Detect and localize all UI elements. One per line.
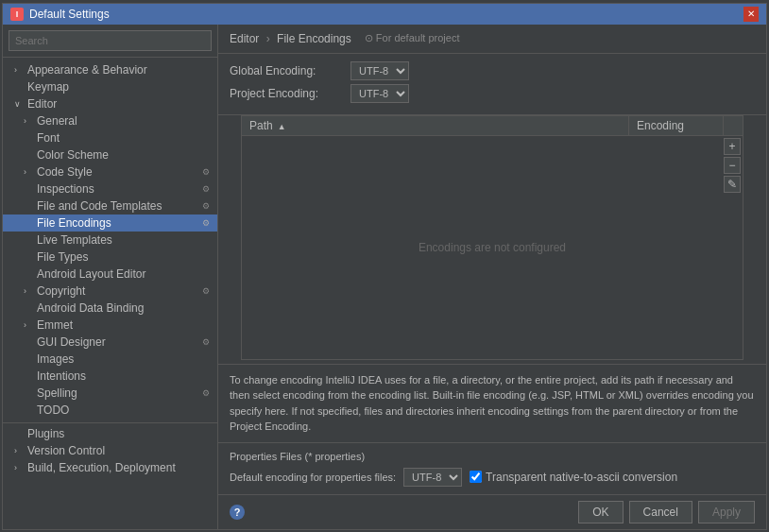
main-panel: Editor › File Encodings ⊙ For default pr… <box>218 25 766 529</box>
properties-title: Properties Files (* properties) <box>230 451 755 462</box>
breadcrumb-separator: › <box>266 32 273 45</box>
sidebar-item-images[interactable]: Images <box>3 351 217 368</box>
help-button[interactable]: ? <box>230 505 245 520</box>
sidebar-item-appearance[interactable]: › Appearance & Behavior <box>3 61 217 78</box>
properties-row: Default encoding for properties files: U… <box>230 468 755 487</box>
sidebar-item-label: GUI Designer <box>37 335 106 349</box>
apply-button[interactable]: Apply <box>698 501 755 523</box>
path-column-header[interactable]: Path ▲ <box>242 116 629 135</box>
transparent-conversion-checkbox[interactable] <box>470 471 482 483</box>
footer-left: ? <box>230 505 245 520</box>
table-header: Path ▲ Encoding <box>242 116 743 136</box>
sidebar-item-label: Font <box>37 131 60 145</box>
badge-icon: ⚙ <box>202 286 210 296</box>
search-input[interactable] <box>9 30 212 51</box>
sidebar-item-code-style[interactable]: › Code Style ⚙ <box>3 163 217 180</box>
sidebar-item-color-scheme[interactable]: Color Scheme <box>3 146 217 163</box>
close-button[interactable]: ✕ <box>743 7 759 22</box>
sidebar-item-label: Build, Execution, Deployment <box>27 461 176 474</box>
badge-icon: ⚙ <box>202 201 210 211</box>
empty-message: Encodings are not configured <box>419 241 566 254</box>
actions-column-header <box>724 116 743 135</box>
sidebar-item-label: Appearance & Behavior <box>27 63 147 77</box>
expand-icon: › <box>14 446 24 455</box>
checkbox-text: Transparent native-to-ascii conversion <box>486 471 677 484</box>
sidebar-item-intentions[interactable]: Intentions <box>3 368 217 385</box>
cancel-button[interactable]: Cancel <box>629 501 692 523</box>
expand-icon: › <box>24 320 33 330</box>
sidebar-item-label: Emmet <box>37 318 73 332</box>
sidebar-item-font[interactable]: Font <box>3 129 217 146</box>
settings-tree: › Appearance & Behavior Keymap ∨ Editor … <box>3 58 217 529</box>
sidebar-item-plugins[interactable]: Plugins <box>3 422 217 442</box>
sidebar: › Appearance & Behavior Keymap ∨ Editor … <box>3 25 218 529</box>
badge-icon: ⚙ <box>202 184 210 194</box>
global-encoding-select[interactable]: UTF-8 <box>350 61 409 80</box>
breadcrumb-editor: Editor <box>230 32 259 45</box>
sidebar-item-file-encodings[interactable]: File Encodings ⚙ <box>3 215 217 232</box>
search-box <box>3 25 217 58</box>
window-icon: I <box>10 8 24 21</box>
badge-icon: ⚙ <box>202 388 210 398</box>
sidebar-item-inspections[interactable]: Inspections ⚙ <box>3 180 217 197</box>
encoding-column-header[interactable]: Encoding <box>629 116 724 135</box>
add-encoding-button[interactable]: + <box>724 138 741 155</box>
sidebar-item-emmet[interactable]: › Emmet <box>3 317 217 334</box>
project-encoding-row: Project Encoding: UTF-8 <box>230 84 755 103</box>
sidebar-item-file-types[interactable]: File Types <box>3 249 217 266</box>
expand-icon: › <box>24 286 33 296</box>
properties-encoding-select[interactable]: UTF-8 <box>403 468 462 487</box>
path-label: Path <box>249 119 273 132</box>
sidebar-item-spelling[interactable]: Spelling ⚙ <box>3 385 217 402</box>
window-controls[interactable]: ✕ <box>743 7 759 22</box>
title-bar: I Default Settings ✕ <box>3 4 766 25</box>
sidebar-item-label: Spelling <box>37 386 77 400</box>
sidebar-item-keymap[interactable]: Keymap <box>3 78 217 95</box>
badge-icon: ⚙ <box>202 337 210 347</box>
info-text: To change encoding IntelliJ IDEA uses fo… <box>218 364 766 442</box>
sidebar-item-label: Code Style <box>37 165 93 179</box>
sidebar-item-android-data-binding[interactable]: Android Data Binding <box>3 300 217 317</box>
sidebar-item-label: File Types <box>37 250 88 264</box>
sidebar-item-general[interactable]: › General <box>3 112 217 129</box>
project-encoding-label: Project Encoding: <box>230 87 343 100</box>
sidebar-item-label: Intentions <box>37 369 86 383</box>
sidebar-item-label: Plugins <box>27 427 64 440</box>
window-title: Default Settings <box>29 8 110 21</box>
edit-encoding-button[interactable]: ✎ <box>724 176 741 193</box>
dialog-footer: ? OK Cancel Apply <box>218 494 766 529</box>
sidebar-item-gui-designer[interactable]: GUI Designer ⚙ <box>3 334 217 351</box>
encoding-label: Encoding <box>637 119 684 132</box>
sidebar-item-file-code-templates[interactable]: File and Code Templates ⚙ <box>3 197 217 215</box>
table-body: Encodings are not configured + − ✎ <box>242 136 743 359</box>
breadcrumb: Editor › File Encodings <box>230 32 351 45</box>
sidebar-item-label: Color Scheme <box>37 148 109 162</box>
content-area: › Appearance & Behavior Keymap ∨ Editor … <box>3 25 766 529</box>
sidebar-item-label: Copyright <box>37 284 85 298</box>
table-action-buttons: + − ✎ <box>722 136 743 195</box>
sidebar-item-version-control[interactable]: › Version Control <box>3 442 217 459</box>
sidebar-item-label: Android Layout Editor <box>37 267 145 281</box>
sidebar-item-build-execution[interactable]: › Build, Execution, Deployment <box>3 459 217 476</box>
breadcrumb-file-encodings: File Encodings <box>277 32 351 45</box>
footer-buttons: OK Cancel Apply <box>578 501 755 523</box>
sidebar-item-copyright[interactable]: › Copyright ⚙ <box>3 283 217 300</box>
sidebar-item-label: Images <box>37 352 74 366</box>
global-encoding-row: Global Encoding: UTF-8 <box>230 61 755 80</box>
ok-button[interactable]: OK <box>578 501 623 523</box>
sidebar-item-label: Keymap <box>27 80 69 94</box>
sidebar-item-editor[interactable]: ∨ Editor <box>3 95 217 112</box>
collapse-icon: ∨ <box>14 99 24 109</box>
sidebar-item-android-layout[interactable]: Android Layout Editor <box>3 266 217 283</box>
sidebar-item-live-templates[interactable]: Live Templates <box>3 232 217 249</box>
sidebar-item-label: Inspections <box>37 182 94 196</box>
project-encoding-select[interactable]: UTF-8 <box>350 84 409 103</box>
expand-icon: › <box>24 116 33 126</box>
properties-section: Properties Files (* properties) Default … <box>218 442 766 494</box>
badge-icon: ⚙ <box>202 167 210 177</box>
transparent-conversion-label[interactable]: Transparent native-to-ascii conversion <box>470 471 677 484</box>
remove-encoding-button[interactable]: − <box>724 157 741 174</box>
encodings-table: Path ▲ Encoding Encodings are not config… <box>241 115 743 360</box>
sidebar-item-label: File and Code Templates <box>37 199 162 213</box>
sidebar-item-todo[interactable]: TODO <box>3 402 217 419</box>
